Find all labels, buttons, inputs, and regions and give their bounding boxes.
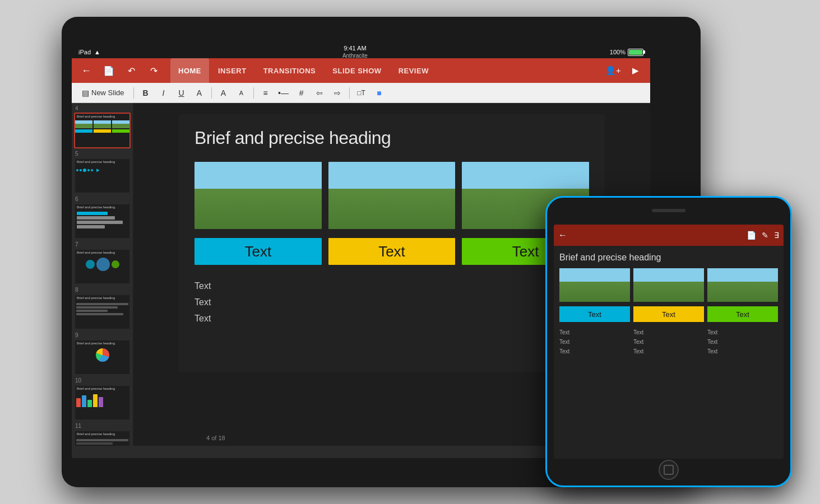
- iphone-home-button[interactable]: [659, 460, 679, 480]
- iphone-text-col-2: Text Text Text: [633, 328, 704, 356]
- iphone-label-3[interactable]: Text: [707, 306, 778, 322]
- status-right: 100%: [610, 49, 643, 56]
- format-bar: ▤ New Slide B I U A A A ≡ •— # ⇦ ⇨ □T ■: [72, 83, 650, 103]
- align-button[interactable]: ≡: [257, 85, 274, 101]
- slide-images-row: [194, 162, 589, 229]
- slide-thumb-10[interactable]: Brief and precise heading: [74, 385, 131, 421]
- indent-increase-button[interactable]: ⇨: [329, 85, 346, 101]
- tab-transitions[interactable]: TRANSITIONS: [256, 58, 324, 83]
- iphone-text-cols: Text Text Text Text Text Text Text Text …: [559, 328, 778, 356]
- bullets-button[interactable]: •—: [275, 85, 292, 101]
- divider1: [133, 87, 134, 99]
- iphone-text-2-2: Text: [633, 337, 704, 347]
- slide-thumb-5[interactable]: Brief and precise heading ►: [74, 158, 131, 194]
- text-box-button[interactable]: □T: [353, 85, 370, 101]
- tab-home[interactable]: HOME: [170, 58, 209, 83]
- tab-slideshow[interactable]: SLIDE SHOW: [325, 58, 389, 83]
- slide-thumb-11[interactable]: Brief and precise heading: [74, 430, 131, 446]
- slide-image-1[interactable]: [194, 162, 322, 229]
- nav-tabs: HOME INSERT TRANSITIONS SLIDE SHOW REVIE…: [166, 58, 601, 83]
- iphone-images-row: [559, 268, 778, 302]
- thumb-6-inner: Brief and precise heading: [75, 204, 129, 238]
- font-size-button[interactable]: A: [215, 85, 232, 101]
- indent-decrease-button[interactable]: ⇦: [311, 85, 328, 101]
- iphone-image-1[interactable]: [559, 268, 630, 302]
- slide-status: 4 of 18: [206, 435, 225, 441]
- iphone-text-1-3: Text: [559, 347, 630, 356]
- redo-button[interactable]: ↷: [143, 60, 164, 81]
- new-slide-icon: ▤: [82, 88, 89, 97]
- status-center: 9:41 AM Anthracite: [342, 46, 368, 59]
- iphone-content: Brief and precise heading Text Text Text…: [554, 246, 784, 459]
- shape-button[interactable]: ■: [371, 85, 388, 101]
- iphone-grid-button[interactable]: ∃: [774, 231, 779, 240]
- iphone-file-button[interactable]: 📄: [747, 231, 756, 240]
- wifi-icon: ▲: [94, 49, 100, 55]
- iphone-image-3[interactable]: [707, 268, 778, 302]
- slide-labels-row: Text Text Text: [194, 238, 589, 265]
- slide-thumb-7[interactable]: Brief and precise heading: [74, 249, 131, 284]
- numbering-button[interactable]: #: [293, 85, 310, 101]
- iphone-back-button[interactable]: ←: [558, 230, 567, 240]
- undo-button[interactable]: ↶: [121, 60, 141, 81]
- divider3: [253, 87, 254, 99]
- slide-thumb-9-num: 9: [74, 332, 131, 338]
- device-label: iPad: [78, 49, 91, 55]
- slide-thumb-8-num: 8: [74, 287, 131, 293]
- ipad-status-bar: iPad ▲ 9:41 AM Anthracite 100%: [72, 46, 650, 58]
- iphone-text-3-2: Text: [707, 337, 778, 347]
- slide-text-block: Text Text Text: [194, 278, 589, 326]
- bold-button[interactable]: B: [137, 85, 154, 101]
- iphone-text-1-1: Text: [559, 328, 630, 337]
- thumb-5-inner: Brief and precise heading ►: [75, 159, 129, 193]
- battery-percent: 100%: [610, 49, 626, 55]
- iphone-label-1[interactable]: Text: [559, 306, 630, 322]
- back-button[interactable]: ←: [76, 60, 96, 81]
- tab-insert[interactable]: INSERT: [210, 58, 254, 83]
- slide-label-2[interactable]: Text: [328, 238, 456, 265]
- tab-review[interactable]: REVIEW: [391, 58, 437, 83]
- pie-chart-thumb: [96, 348, 109, 362]
- add-person-button[interactable]: 👤+: [603, 60, 623, 81]
- font-size-down-button[interactable]: A: [233, 85, 250, 101]
- nav-right-icons: 👤+ ▶: [603, 60, 646, 81]
- iphone-device: ← 📄 ✎ ∃ Brief and precise heading Text T…: [545, 196, 792, 487]
- iphone-nav-right: 📄 ✎ ∃: [747, 231, 779, 240]
- slide-heading: Brief and precise heading: [194, 128, 589, 148]
- slide-thumb-7-num: 7: [74, 241, 131, 248]
- present-button[interactable]: ▶: [626, 60, 646, 81]
- slide-text-2: Text: [194, 295, 589, 311]
- slide-thumb-4[interactable]: Brief and precise heading: [74, 113, 131, 148]
- iphone-image-2[interactable]: [633, 268, 704, 302]
- underline-button[interactable]: U: [173, 85, 190, 101]
- battery-icon: [628, 49, 643, 56]
- new-slide-label: New Slide: [91, 88, 124, 97]
- iphone-text-2-3: Text: [633, 347, 704, 356]
- thumb-10-inner: Brief and precise heading: [75, 386, 129, 419]
- iphone-text-col-3: Text Text Text: [707, 328, 778, 356]
- iphone-text-2-1: Text: [633, 328, 704, 337]
- slide-thumb-6-num: 6: [74, 196, 131, 202]
- slide-thumb-6[interactable]: Brief and precise heading: [74, 203, 131, 239]
- file-icon-button[interactable]: 📄: [99, 60, 119, 81]
- thumb-8-inner: Brief and precise heading: [75, 295, 129, 329]
- italic-button[interactable]: I: [155, 85, 172, 101]
- iphone-text-col-1: Text Text Text: [559, 328, 630, 356]
- slide-image-2[interactable]: [328, 162, 456, 229]
- slide-thumb-8[interactable]: Brief and precise heading: [74, 294, 131, 330]
- slide-thumb-num-label: 4: [74, 105, 131, 111]
- status-left: iPad ▲: [78, 49, 100, 55]
- subtitle-display: Anthracite: [342, 53, 368, 59]
- slide-thumb-9[interactable]: Brief and precise heading: [74, 339, 131, 375]
- time-display: 9:41 AM: [342, 46, 368, 53]
- iphone-text-3-3: Text: [707, 347, 778, 356]
- slide-content: Brief and precise heading Text Text Text…: [179, 114, 605, 372]
- slide-label-1[interactable]: Text: [194, 238, 322, 265]
- iphone-label-2[interactable]: Text: [633, 306, 704, 322]
- font-color-button[interactable]: A: [191, 85, 208, 101]
- iphone-edit-button[interactable]: ✎: [762, 231, 768, 240]
- iphone-speaker: [652, 209, 685, 212]
- slide-text-1: Text: [194, 278, 589, 295]
- iphone-slide-heading: Brief and precise heading: [559, 253, 778, 263]
- new-slide-button[interactable]: ▤ New Slide: [76, 86, 130, 100]
